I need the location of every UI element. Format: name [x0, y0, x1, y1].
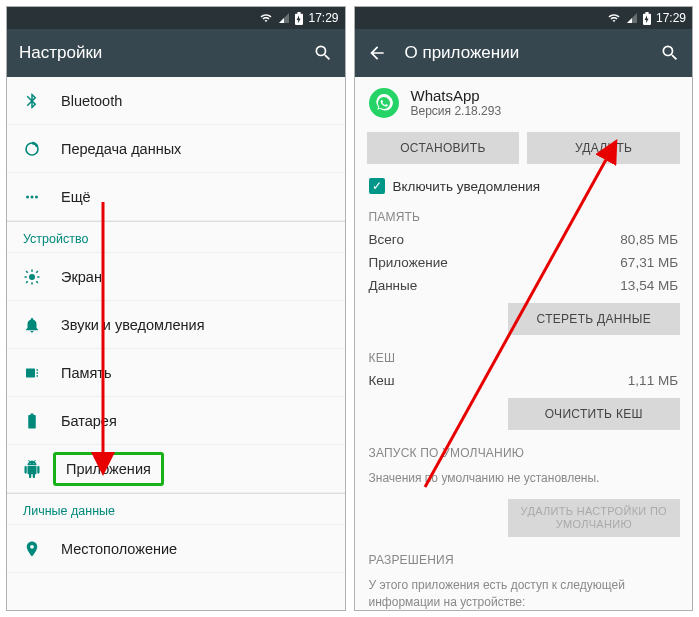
- app-info-content[interactable]: WhatsApp Версия 2.18.293 ОСТАНОВИТЬ УДАЛ…: [355, 77, 693, 610]
- clear-cache-button[interactable]: ОЧИСТИТЬ КЕШ: [508, 398, 680, 430]
- row-bluetooth[interactable]: Bluetooth: [7, 77, 345, 125]
- permissions-note: У этого приложения есть доступ к следующ…: [355, 571, 693, 610]
- row-label: Местоположение: [61, 541, 329, 557]
- bell-icon: [23, 316, 61, 334]
- mem-total: Всего80,85 МБ: [355, 228, 693, 251]
- checkbox-checked-icon: ✓: [369, 178, 385, 194]
- row-display[interactable]: Экран: [7, 253, 345, 301]
- notifications-checkbox-row[interactable]: ✓ Включить уведомления: [355, 172, 693, 200]
- stop-button[interactable]: ОСТАНОВИТЬ: [367, 132, 520, 164]
- data-usage-icon: [23, 140, 61, 158]
- clear-defaults-button: УДАЛИТЬ НАСТРОЙКИ ПО УМОЛЧАНИЮ: [508, 499, 680, 537]
- row-apps[interactable]: Приложения: [7, 445, 345, 493]
- svg-point-3: [35, 195, 38, 198]
- row-label: Bluetooth: [61, 93, 329, 109]
- clock: 17:29: [308, 11, 338, 25]
- svg-point-2: [31, 195, 34, 198]
- wifi-icon: [607, 12, 621, 24]
- row-label: Звуки и уведомления: [61, 317, 329, 333]
- row-more[interactable]: Ещё: [7, 173, 345, 221]
- app-bar: О приложении: [355, 29, 693, 77]
- signal-icon: [626, 12, 638, 24]
- checkbox-label: Включить уведомления: [393, 179, 541, 194]
- launch-note: Значения по умолчанию не установлены.: [355, 464, 693, 493]
- cache-size: Кеш1,11 МБ: [355, 369, 693, 392]
- status-bar: 17:29: [7, 7, 345, 29]
- memory-icon: [23, 364, 61, 382]
- app-bar: Настройки: [7, 29, 345, 77]
- wifi-icon: [259, 12, 273, 24]
- search-icon[interactable]: [660, 43, 680, 63]
- battery-icon: [23, 412, 61, 430]
- clear-data-button[interactable]: СТЕРЕТЬ ДАННЫЕ: [508, 303, 680, 335]
- row-data-usage[interactable]: Передача данных: [7, 125, 345, 173]
- whatsapp-icon: [369, 88, 399, 118]
- svg-point-4: [29, 274, 35, 280]
- battery-icon: [643, 12, 651, 25]
- settings-screen: 17:29 Настройки Bluetooth Передача данны…: [6, 6, 346, 611]
- page-title: О приложении: [405, 43, 661, 63]
- row-location[interactable]: Местоположение: [7, 525, 345, 573]
- signal-icon: [278, 12, 290, 24]
- app-name: WhatsApp: [411, 87, 502, 104]
- uninstall-button[interactable]: УДАЛИТЬ: [527, 132, 680, 164]
- page-title: Настройки: [19, 43, 313, 63]
- settings-list[interactable]: Bluetooth Передача данных Ещё Устройство…: [7, 77, 345, 610]
- row-label: Передача данных: [61, 141, 329, 157]
- location-icon: [23, 540, 61, 558]
- search-icon[interactable]: [313, 43, 333, 63]
- mem-app: Приложение67,31 МБ: [355, 251, 693, 274]
- app-info-screen: 17:29 О приложении WhatsApp Версия 2.18.…: [354, 6, 694, 611]
- row-label: Ещё: [61, 189, 329, 205]
- section-permissions: РАЗРЕШЕНИЯ: [355, 543, 693, 571]
- section-cache: КЕШ: [355, 341, 693, 369]
- row-sound[interactable]: Звуки и уведомления: [7, 301, 345, 349]
- section-memory: ПАМЯТЬ: [355, 200, 693, 228]
- svg-point-1: [26, 195, 29, 198]
- svg-rect-5: [26, 368, 35, 377]
- section-personal: Личные данные: [7, 493, 345, 525]
- mem-data: Данные13,54 МБ: [355, 274, 693, 297]
- row-label: Приложения: [61, 461, 329, 477]
- back-icon[interactable]: [367, 43, 387, 63]
- clock: 17:29: [656, 11, 686, 25]
- display-icon: [23, 268, 61, 286]
- app-header: WhatsApp Версия 2.18.293: [355, 77, 693, 128]
- section-launch: ЗАПУСК ПО УМОЛЧАНИЮ: [355, 436, 693, 464]
- row-label: Экран: [61, 269, 329, 285]
- app-version: Версия 2.18.293: [411, 104, 502, 118]
- row-label: Память: [61, 365, 329, 381]
- more-icon: [23, 188, 61, 206]
- row-label: Батарея: [61, 413, 329, 429]
- section-device: Устройство: [7, 221, 345, 253]
- battery-icon: [295, 12, 303, 25]
- bluetooth-icon: [23, 92, 61, 110]
- row-memory[interactable]: Память: [7, 349, 345, 397]
- apps-highlight: Приложения: [53, 452, 164, 486]
- status-bar: 17:29: [355, 7, 693, 29]
- row-battery[interactable]: Батарея: [7, 397, 345, 445]
